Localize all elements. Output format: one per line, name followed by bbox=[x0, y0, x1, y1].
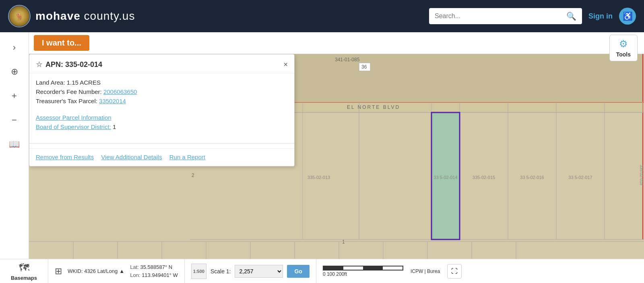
accessibility-button[interactable]: ♿ bbox=[619, 8, 636, 25]
lat-value: 35.588587° N bbox=[140, 264, 173, 270]
assessor-parcel-link[interactable]: Assessor Parcel Information bbox=[36, 114, 111, 121]
logo: 🦌 bbox=[8, 5, 31, 27]
lon-value: 113.949401° W bbox=[142, 272, 178, 278]
svg-text:341-01-085: 341-01-085 bbox=[335, 57, 360, 62]
basemaps-icon: 🗺 bbox=[19, 262, 29, 274]
svg-text:36: 36 bbox=[361, 64, 367, 70]
scalebar-seg-light-1 bbox=[343, 266, 363, 270]
zoom-in-icon: + bbox=[12, 91, 17, 101]
svg-text:335-02-013: 335-02-013 bbox=[308, 175, 330, 180]
popup-apn: ☆ APN: 335-02-014 bbox=[36, 60, 102, 69]
tools-icon: ⚙ bbox=[619, 38, 628, 50]
scalebar-seg-dark-2 bbox=[363, 266, 383, 270]
go-button[interactable]: Go bbox=[287, 265, 309, 278]
treasurers-row: Treasurer's Tax Parcel: 33502014 bbox=[36, 98, 288, 104]
svg-text:33 5-02-014: 33 5-02-014 bbox=[433, 175, 457, 180]
location-icon: ⊕ bbox=[11, 67, 18, 77]
board-row: Board of Supervisor District: 1 bbox=[36, 123, 288, 130]
scale-select[interactable]: 2,257 4,514 9,028 bbox=[235, 265, 283, 278]
scale-label: Scale 1: bbox=[211, 268, 231, 275]
search-button[interactable]: 🔍 bbox=[566, 11, 576, 21]
iwantto-button[interactable]: I want to... bbox=[34, 35, 89, 51]
recorders-fee-label: Recorder's Fee Number: bbox=[36, 88, 102, 95]
view-details-link[interactable]: View Additional Details bbox=[101, 154, 162, 160]
board-supervisor-link[interactable]: Board of Supervisor District: bbox=[36, 123, 111, 130]
scalebar-section: 0 100 200ft ICPW | Burea ⛶ bbox=[316, 264, 644, 279]
site-title: mohave county.us bbox=[35, 10, 135, 23]
scale-icon: 1:500 bbox=[191, 264, 206, 279]
tools-panel[interactable]: ⚙ Tools bbox=[609, 35, 638, 61]
popup-scroll[interactable]: Land Area: 1.15 ACRES Recorder's Fee Num… bbox=[29, 73, 294, 138]
accessibility-icon: ♿ bbox=[623, 11, 633, 21]
attribution: ICPW | Burea bbox=[407, 268, 443, 274]
treasurers-label: Treasurer's Tax Parcel: bbox=[36, 98, 97, 104]
scale-section: 1:500 Scale 1: 2,257 4,514 9,028 Go bbox=[185, 259, 316, 283]
iwantto-bar: I want to... bbox=[29, 32, 644, 54]
header-right: 🔍 Sign in ♿ bbox=[429, 8, 636, 25]
scalebar-bar bbox=[323, 266, 403, 271]
apn-label: APN: 335-02-014 bbox=[45, 60, 102, 69]
svg-text:2: 2 bbox=[192, 173, 194, 178]
sidebar: › ⊕ + − 📖 bbox=[0, 32, 29, 259]
land-area-label: Land Area: 1.15 ACRES bbox=[36, 79, 101, 86]
popup-close-button[interactable]: × bbox=[283, 60, 288, 69]
triangle-icon: ▲ bbox=[119, 268, 124, 274]
logo-area: 🦌 mohave county.us bbox=[8, 5, 135, 27]
land-area-row: Land Area: 1.15 ACRES bbox=[36, 79, 288, 86]
info-popup: ☆ APN: 335-02-014 × Land Area: 1.15 ACRE… bbox=[29, 54, 295, 166]
recorders-fee-link[interactable]: 2006063650 bbox=[103, 88, 137, 95]
svg-text:335-02-015: 335-02-015 bbox=[473, 175, 495, 180]
search-input[interactable] bbox=[435, 12, 566, 20]
board-value: 1 bbox=[113, 123, 116, 130]
popup-header: ☆ APN: 335-02-014 × bbox=[29, 54, 294, 73]
sign-in-button[interactable]: Sign in bbox=[588, 12, 613, 21]
layers-icon: 📖 bbox=[9, 139, 20, 150]
fullscreen-button[interactable]: ⛶ bbox=[447, 264, 462, 279]
zoom-out-icon: − bbox=[12, 115, 17, 125]
header: 🦌 mohave county.us 🔍 Sign in ♿ bbox=[0, 0, 644, 32]
lat-label: Lat: bbox=[130, 264, 139, 270]
star-icon[interactable]: ☆ bbox=[36, 60, 42, 69]
scalebar-seg-dark-1 bbox=[324, 266, 343, 270]
search-icon: 🔍 bbox=[566, 12, 576, 21]
search-bar: 🔍 bbox=[429, 8, 582, 24]
projection-button[interactable]: WKID: 4326 Lat/Long ▲ bbox=[68, 268, 124, 274]
logo-inner: 🦌 bbox=[9, 6, 29, 26]
sidebar-btn-collapse[interactable]: › bbox=[3, 36, 26, 59]
site-name-bold: mohave bbox=[35, 10, 80, 22]
scalebar-label: 0 100 200ft bbox=[323, 271, 347, 277]
lat-lon: Lat: 35.588587° N Lon: 113.949401° W bbox=[130, 263, 178, 279]
treasurers-link[interactable]: 33502014 bbox=[99, 98, 126, 104]
scalebar: 0 100 200ft bbox=[323, 266, 403, 277]
popup-actions: Remove from Results View Additional Deta… bbox=[29, 148, 294, 166]
svg-text:1: 1 bbox=[342, 239, 345, 245]
assessor-row: Assessor Parcel Information bbox=[36, 114, 288, 121]
scalebar-seg-light-2 bbox=[383, 266, 402, 270]
site-name-light: county.us bbox=[80, 10, 135, 22]
remove-results-link[interactable]: Remove from Results bbox=[36, 154, 94, 160]
svg-text:33 5-02-016: 33 5-02-016 bbox=[520, 175, 544, 180]
recorders-fee-row: Recorder's Fee Number: 2006063650 bbox=[36, 88, 288, 95]
fullscreen-icon: ⛶ bbox=[451, 268, 458, 275]
chevron-right-icon: › bbox=[13, 42, 16, 53]
sidebar-btn-location[interactable]: ⊕ bbox=[3, 60, 26, 83]
sidebar-btn-zoom-out[interactable]: − bbox=[3, 109, 26, 131]
svg-text:EL NORTE BLVD: EL NORTE BLVD bbox=[347, 104, 400, 110]
popup-divider bbox=[29, 143, 294, 144]
coord-section: ⊞ WKID: 4326 Lat/Long ▲ Lat: 35.588587° … bbox=[48, 259, 185, 283]
svg-text:33 5-02-017: 33 5-02-017 bbox=[568, 175, 592, 180]
tools-label: Tools bbox=[616, 51, 631, 58]
bottom-bar: 🗺 Basemaps ⊞ WKID: 4326 Lat/Long ▲ Lat: … bbox=[0, 259, 644, 283]
map-area[interactable]: EL NORTE BLVD 341-01-085 36 2 1 335-02-0… bbox=[29, 54, 644, 259]
basemaps-label: Basemaps bbox=[11, 275, 37, 281]
wkid-label: WKID: 4326 Lat/Long bbox=[68, 268, 118, 274]
lon-label: Lon: bbox=[130, 272, 140, 278]
basemaps-button[interactable]: 🗺 Basemaps bbox=[0, 259, 48, 283]
run-report-link[interactable]: Run a Report bbox=[169, 154, 205, 160]
sidebar-btn-zoom-in[interactable]: + bbox=[3, 85, 26, 107]
svg-text:335-02-018: 335-02-018 bbox=[639, 164, 644, 185]
grid-icon: ⊞ bbox=[55, 266, 62, 277]
wkid-info: WKID: 4326 Lat/Long ▲ bbox=[68, 268, 124, 274]
sidebar-btn-layers[interactable]: 📖 bbox=[3, 133, 26, 156]
